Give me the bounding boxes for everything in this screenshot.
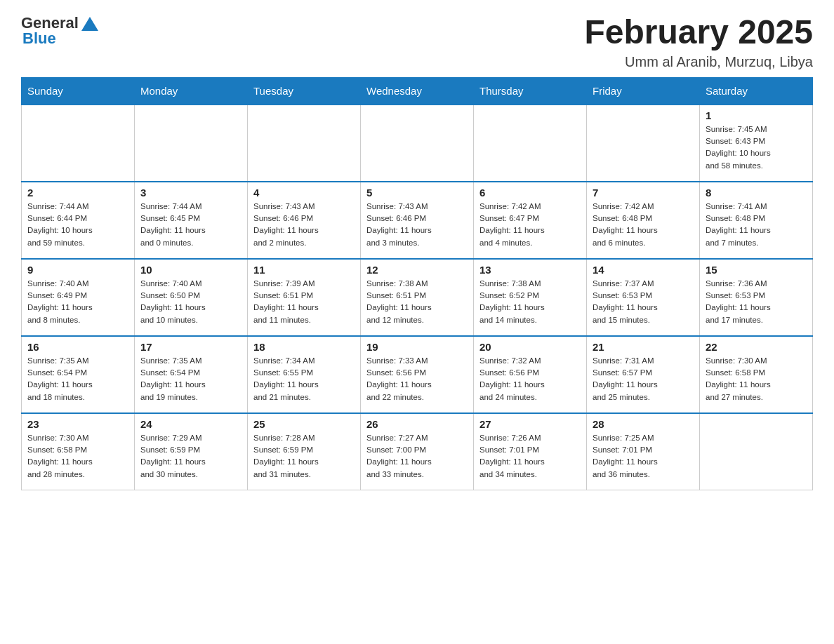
calendar-header-row: SundayMondayTuesdayWednesdayThursdayFrid… bbox=[22, 77, 813, 105]
day-info: Sunrise: 7:28 AMSunset: 6:59 PMDaylight:… bbox=[253, 432, 355, 481]
calendar-cell: 28Sunrise: 7:25 AMSunset: 7:01 PMDayligh… bbox=[587, 413, 700, 490]
calendar-cell: 20Sunrise: 7:32 AMSunset: 6:56 PMDayligh… bbox=[474, 336, 587, 413]
calendar-cell bbox=[248, 105, 361, 182]
calendar-cell: 14Sunrise: 7:37 AMSunset: 6:53 PMDayligh… bbox=[587, 259, 700, 336]
calendar-cell bbox=[700, 413, 813, 490]
day-info: Sunrise: 7:42 AMSunset: 6:47 PMDaylight:… bbox=[479, 201, 581, 249]
day-number: 2 bbox=[27, 187, 128, 199]
day-number: 18 bbox=[253, 341, 355, 353]
day-number: 8 bbox=[706, 187, 807, 199]
calendar-cell: 11Sunrise: 7:39 AMSunset: 6:51 PMDayligh… bbox=[248, 259, 361, 336]
day-number: 15 bbox=[706, 264, 807, 276]
calendar-cell: 10Sunrise: 7:40 AMSunset: 6:50 PMDayligh… bbox=[135, 259, 248, 336]
day-number: 12 bbox=[366, 264, 468, 276]
day-info: Sunrise: 7:44 AMSunset: 6:45 PMDaylight:… bbox=[140, 201, 241, 249]
day-number: 5 bbox=[366, 187, 468, 199]
day-info: Sunrise: 7:43 AMSunset: 6:46 PMDaylight:… bbox=[253, 201, 355, 249]
calendar-cell bbox=[361, 105, 474, 182]
calendar-cell: 4Sunrise: 7:43 AMSunset: 6:46 PMDaylight… bbox=[248, 182, 361, 259]
calendar-table: SundayMondayTuesdayWednesdayThursdayFrid… bbox=[21, 77, 813, 491]
day-info: Sunrise: 7:38 AMSunset: 6:52 PMDaylight:… bbox=[479, 278, 581, 326]
day-number: 19 bbox=[366, 341, 468, 353]
day-info: Sunrise: 7:39 AMSunset: 6:51 PMDaylight:… bbox=[253, 278, 355, 326]
day-number: 17 bbox=[140, 341, 241, 353]
weekday-header-wednesday: Wednesday bbox=[361, 77, 474, 105]
calendar-cell: 19Sunrise: 7:33 AMSunset: 6:56 PMDayligh… bbox=[361, 336, 474, 413]
day-number: 7 bbox=[593, 187, 694, 199]
day-number: 28 bbox=[593, 418, 694, 430]
day-number: 25 bbox=[253, 418, 355, 430]
day-number: 16 bbox=[27, 341, 128, 353]
month-title: February 2025 bbox=[584, 14, 813, 51]
day-info: Sunrise: 7:30 AMSunset: 6:58 PMDaylight:… bbox=[706, 355, 807, 403]
day-info: Sunrise: 7:27 AMSunset: 7:00 PMDaylight:… bbox=[366, 432, 468, 481]
calendar-cell: 26Sunrise: 7:27 AMSunset: 7:00 PMDayligh… bbox=[361, 413, 474, 490]
day-info: Sunrise: 7:34 AMSunset: 6:55 PMDaylight:… bbox=[253, 355, 355, 403]
calendar-cell: 15Sunrise: 7:36 AMSunset: 6:53 PMDayligh… bbox=[700, 259, 813, 336]
calendar-cell bbox=[587, 105, 700, 182]
calendar-cell: 13Sunrise: 7:38 AMSunset: 6:52 PMDayligh… bbox=[474, 259, 587, 336]
weekday-header-tuesday: Tuesday bbox=[248, 77, 361, 105]
day-number: 24 bbox=[140, 418, 241, 430]
calendar-cell: 6Sunrise: 7:42 AMSunset: 6:47 PMDaylight… bbox=[474, 182, 587, 259]
week-row-1: 1Sunrise: 7:45 AMSunset: 6:43 PMDaylight… bbox=[22, 105, 813, 182]
day-number: 3 bbox=[140, 187, 241, 199]
day-number: 26 bbox=[366, 418, 468, 430]
day-info: Sunrise: 7:35 AMSunset: 6:54 PMDaylight:… bbox=[27, 355, 128, 403]
day-info: Sunrise: 7:32 AMSunset: 6:56 PMDaylight:… bbox=[479, 355, 581, 403]
calendar-cell bbox=[22, 105, 135, 182]
day-info: Sunrise: 7:37 AMSunset: 6:53 PMDaylight:… bbox=[593, 278, 694, 326]
weekday-header-monday: Monday bbox=[135, 77, 248, 105]
day-info: Sunrise: 7:26 AMSunset: 7:01 PMDaylight:… bbox=[479, 432, 581, 481]
logo: General Blue bbox=[21, 14, 98, 48]
week-row-3: 9Sunrise: 7:40 AMSunset: 6:49 PMDaylight… bbox=[22, 259, 813, 336]
day-number: 6 bbox=[479, 187, 581, 199]
day-number: 9 bbox=[27, 264, 128, 276]
day-number: 21 bbox=[593, 341, 694, 353]
calendar-cell bbox=[474, 105, 587, 182]
day-info: Sunrise: 7:36 AMSunset: 6:53 PMDaylight:… bbox=[706, 278, 807, 326]
day-info: Sunrise: 7:44 AMSunset: 6:44 PMDaylight:… bbox=[27, 201, 128, 249]
weekday-header-sunday: Sunday bbox=[22, 77, 135, 105]
day-info: Sunrise: 7:45 AMSunset: 6:43 PMDaylight:… bbox=[706, 123, 807, 172]
day-number: 10 bbox=[140, 264, 241, 276]
week-row-4: 16Sunrise: 7:35 AMSunset: 6:54 PMDayligh… bbox=[22, 336, 813, 413]
calendar-cell: 17Sunrise: 7:35 AMSunset: 6:54 PMDayligh… bbox=[135, 336, 248, 413]
day-number: 20 bbox=[479, 341, 581, 353]
calendar-cell: 5Sunrise: 7:43 AMSunset: 6:46 PMDaylight… bbox=[361, 182, 474, 259]
calendar-cell: 9Sunrise: 7:40 AMSunset: 6:49 PMDaylight… bbox=[22, 259, 135, 336]
calendar-cell: 16Sunrise: 7:35 AMSunset: 6:54 PMDayligh… bbox=[22, 336, 135, 413]
day-info: Sunrise: 7:31 AMSunset: 6:57 PMDaylight:… bbox=[593, 355, 694, 403]
calendar-cell: 21Sunrise: 7:31 AMSunset: 6:57 PMDayligh… bbox=[587, 336, 700, 413]
week-row-2: 2Sunrise: 7:44 AMSunset: 6:44 PMDaylight… bbox=[22, 182, 813, 259]
day-number: 14 bbox=[593, 264, 694, 276]
day-number: 1 bbox=[706, 109, 807, 121]
day-number: 23 bbox=[27, 418, 128, 430]
day-info: Sunrise: 7:35 AMSunset: 6:54 PMDaylight:… bbox=[140, 355, 241, 403]
day-info: Sunrise: 7:41 AMSunset: 6:48 PMDaylight:… bbox=[706, 201, 807, 249]
calendar-cell: 8Sunrise: 7:41 AMSunset: 6:48 PMDaylight… bbox=[700, 182, 813, 259]
logo-triangle-icon bbox=[81, 17, 98, 31]
calendar-cell: 3Sunrise: 7:44 AMSunset: 6:45 PMDaylight… bbox=[135, 182, 248, 259]
location-subtitle: Umm al Aranib, Murzuq, Libya bbox=[584, 54, 813, 70]
day-number: 13 bbox=[479, 264, 581, 276]
calendar-cell: 18Sunrise: 7:34 AMSunset: 6:55 PMDayligh… bbox=[248, 336, 361, 413]
day-info: Sunrise: 7:38 AMSunset: 6:51 PMDaylight:… bbox=[366, 278, 468, 326]
day-number: 4 bbox=[253, 187, 355, 199]
day-info: Sunrise: 7:25 AMSunset: 7:01 PMDaylight:… bbox=[593, 432, 694, 481]
day-info: Sunrise: 7:33 AMSunset: 6:56 PMDaylight:… bbox=[366, 355, 468, 403]
day-info: Sunrise: 7:40 AMSunset: 6:50 PMDaylight:… bbox=[140, 278, 241, 326]
day-info: Sunrise: 7:29 AMSunset: 6:59 PMDaylight:… bbox=[140, 432, 241, 481]
weekday-header-saturday: Saturday bbox=[700, 77, 813, 105]
calendar-cell: 22Sunrise: 7:30 AMSunset: 6:58 PMDayligh… bbox=[700, 336, 813, 413]
calendar-cell: 12Sunrise: 7:38 AMSunset: 6:51 PMDayligh… bbox=[361, 259, 474, 336]
calendar-cell: 24Sunrise: 7:29 AMSunset: 6:59 PMDayligh… bbox=[135, 413, 248, 490]
day-info: Sunrise: 7:40 AMSunset: 6:49 PMDaylight:… bbox=[27, 278, 128, 326]
calendar-cell: 1Sunrise: 7:45 AMSunset: 6:43 PMDaylight… bbox=[700, 105, 813, 182]
calendar-cell: 27Sunrise: 7:26 AMSunset: 7:01 PMDayligh… bbox=[474, 413, 587, 490]
calendar-cell: 2Sunrise: 7:44 AMSunset: 6:44 PMDaylight… bbox=[22, 182, 135, 259]
day-number: 22 bbox=[706, 341, 807, 353]
logo-blue-text: Blue bbox=[22, 29, 56, 48]
day-info: Sunrise: 7:43 AMSunset: 6:46 PMDaylight:… bbox=[366, 201, 468, 249]
calendar-cell bbox=[135, 105, 248, 182]
